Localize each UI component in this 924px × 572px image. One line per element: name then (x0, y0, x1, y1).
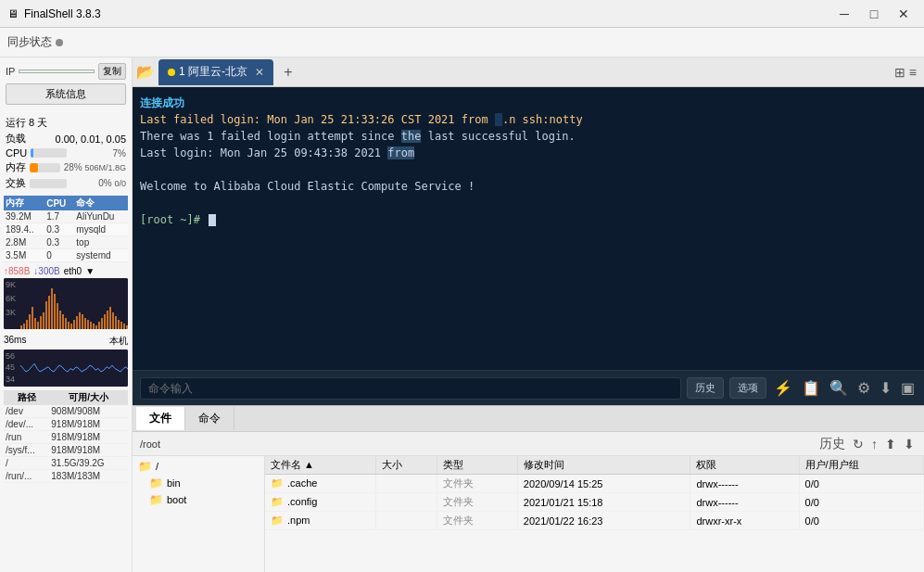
fm-refresh-button[interactable]: ↻ (851, 436, 866, 452)
title-left: 🖥 FinalShell 3.8.3 (7, 7, 101, 20)
tab-add-button[interactable]: + (277, 61, 299, 83)
tab-item-0[interactable]: 1 阿里云-北京 ✕ (158, 59, 273, 85)
cpu-stat-row: CPU 7% (6, 147, 126, 159)
history-button[interactable]: 历史 (687, 377, 724, 399)
cpu-progress-fill (31, 148, 33, 158)
toolbar: 同步状态 (0, 28, 924, 57)
process-section: 内存 CPU 命令 39.2M1.7AliYunDu189.4..0.3mysq… (0, 196, 132, 262)
term-line-1: Last failed login: Mon Jan 25 21:33:26 C… (140, 111, 917, 128)
latency-chart (4, 350, 128, 387)
latency-section: 36ms 本机 (0, 331, 132, 388)
sidebar: IP 复制 系统信息 运行 8 天 负载 0.00, 0.01, 0.05 CP… (0, 57, 133, 572)
fm-col-owner[interactable]: 用户/用户组 (799, 456, 923, 475)
ip-section: IP 复制 系统信息 (0, 57, 132, 110)
list-icon[interactable]: ≡ (909, 65, 917, 80)
cpu-value: 7% (70, 148, 126, 159)
net-up: ↑858B (4, 266, 30, 276)
tab-dot (168, 69, 175, 76)
swap-stat-row: 交换 0% 0/0 (6, 176, 126, 190)
tab-bar: 📂 1 阿里云-北京 ✕ + ⊞ ≡ (133, 57, 924, 87)
list-item[interactable]: 📁.cache 文件夹 2020/09/14 15:25 drwx------ … (265, 475, 924, 493)
tab-close-button[interactable]: ✕ (255, 66, 264, 79)
fm-col-type[interactable]: 类型 (437, 456, 517, 475)
path-section: 路径 可用/大小 /dev908M/908M/dev/...918M/918M/… (0, 388, 132, 572)
options-button[interactable]: 选项 (729, 377, 766, 399)
magnify-icon[interactable]: 🔍 (828, 377, 850, 399)
term-line-0: 连接成功 (140, 95, 917, 111)
fm-history-button[interactable]: 历史 (817, 435, 847, 453)
mem-label: 内存 (6, 160, 26, 174)
net-down: ↓300B (33, 266, 59, 276)
cpu-progress-bg (31, 148, 67, 158)
uptime-row: 运行 8 天 (6, 116, 126, 130)
screen-icon[interactable]: ▣ (899, 377, 917, 399)
file-manager: 文件 命令 /root 历史 ↻ ↑ ⬆ ⬇ � (133, 405, 924, 572)
swap-label: 交换 (6, 176, 26, 190)
table-row: 189.4..0.3mysqld (4, 223, 128, 236)
mem-progress-bg (30, 163, 60, 172)
fm-table: 文件名 ▲ 大小 类型 修改时间 权限 用户/用户组 📁.cache (265, 456, 924, 530)
sync-dot (56, 39, 63, 46)
clipboard-icon[interactable]: 📋 (800, 377, 822, 399)
settings-icon[interactable]: ⚙ (855, 377, 872, 399)
fm-tab-files[interactable]: 文件 (136, 407, 185, 430)
list-item[interactable]: 📁.npm 文件夹 2021/01/22 16:23 drwxr-xr-x 0/… (265, 512, 924, 530)
download-icon[interactable]: ⬇ (878, 377, 893, 399)
command-input[interactable] (140, 377, 681, 400)
uptime-label: 运行 8 天 (6, 116, 47, 130)
fm-tree-item-boot[interactable]: 📁 boot (134, 491, 262, 508)
swap-progress-bg (30, 179, 67, 188)
list-item[interactable]: 📁.config 文件夹 2021/01/21 15:18 drwx------… (265, 493, 924, 512)
table-row: /dev908M/908M (4, 405, 128, 418)
term-line-5: Welcome to Alibaba Cloud Elastic Compute… (140, 178, 917, 195)
fm-tree-label-bin: bin (167, 477, 181, 489)
path-header-avail: 可用/大小 (49, 390, 128, 405)
net-chevron[interactable]: ▼ (85, 266, 95, 276)
terminal: 连接成功 Last failed login: Mon Jan 25 21:33… (133, 87, 924, 370)
proc-header-cmd: 命令 (74, 196, 128, 210)
fm-up-button[interactable]: ↑ (869, 436, 880, 452)
load-label: 负载 (6, 132, 26, 146)
table-row: /run/...183M/183M (4, 470, 128, 483)
ip-label: IP (6, 66, 15, 77)
table-row: /sys/f...918M/918M (4, 444, 128, 457)
tab-label: 1 阿里云-北京 (179, 64, 247, 80)
fm-download-button2[interactable]: ⬇ (902, 436, 917, 452)
app-title: FinalShell 3.8.3 (24, 7, 101, 20)
term-line-3: Last login: Mon Jan 25 09:43:38 2021 fro… (140, 145, 917, 161)
fm-tab-commands[interactable]: 命令 (185, 407, 234, 430)
grid-icon[interactable]: ⊞ (894, 65, 905, 80)
maximize-button[interactable]: □ (861, 5, 887, 23)
lightning-icon[interactable]: ⚡ (772, 377, 794, 399)
ip-value (19, 70, 95, 73)
table-row: /31.5G/39.2G (4, 457, 128, 470)
latency-label: 本机 (109, 335, 128, 348)
close-button[interactable]: ✕ (891, 5, 917, 23)
fm-col-name[interactable]: 文件名 ▲ (265, 456, 375, 475)
minimize-button[interactable]: ─ (831, 5, 857, 23)
term-line-6 (140, 195, 917, 211)
sysinfo-button[interactable]: 系统信息 (6, 83, 126, 105)
fm-col-size[interactable]: 大小 (375, 456, 437, 475)
fm-tree-item-bin[interactable]: 📁 bin (134, 475, 262, 491)
proc-header-cpu: CPU (44, 196, 74, 210)
fm-upload-button[interactable]: ⬆ (883, 436, 898, 452)
fm-file-list: 文件名 ▲ 大小 类型 修改时间 权限 用户/用户组 📁.cache (265, 456, 924, 572)
net-interface: eth0 (64, 266, 82, 276)
fm-col-modified[interactable]: 修改时间 (517, 456, 690, 475)
folder-icon: 📁 (138, 460, 152, 473)
app-body: 同步状态 IP 复制 系统信息 运行 8 天 负载 (0, 28, 924, 572)
load-row: 负载 0.00, 0.01, 0.05 (6, 132, 126, 146)
tab-right-icons: ⊞ ≡ (894, 65, 924, 80)
network-section: ↑858B ↓300B eth0 ▼ (0, 262, 132, 331)
fm-tab-bar: 文件 命令 (133, 406, 924, 432)
table-row: 39.2M1.7AliYunDu (4, 210, 128, 223)
fm-tree-item-root[interactable]: 📁 / (134, 458, 262, 475)
copy-ip-button[interactable]: 复制 (98, 63, 126, 80)
term-toolbar: 历史 选项 ⚡ 📋 🔍 ⚙ ⬇ ▣ (133, 370, 924, 405)
term-line-2: There was 1 failed login attempt since t… (140, 128, 917, 145)
table-row: /run918M/918M (4, 431, 128, 444)
swap-value: 0% 0/0 (70, 178, 126, 188)
fm-col-perms[interactable]: 权限 (690, 456, 799, 475)
term-prompt: [root ~]# (140, 213, 200, 226)
